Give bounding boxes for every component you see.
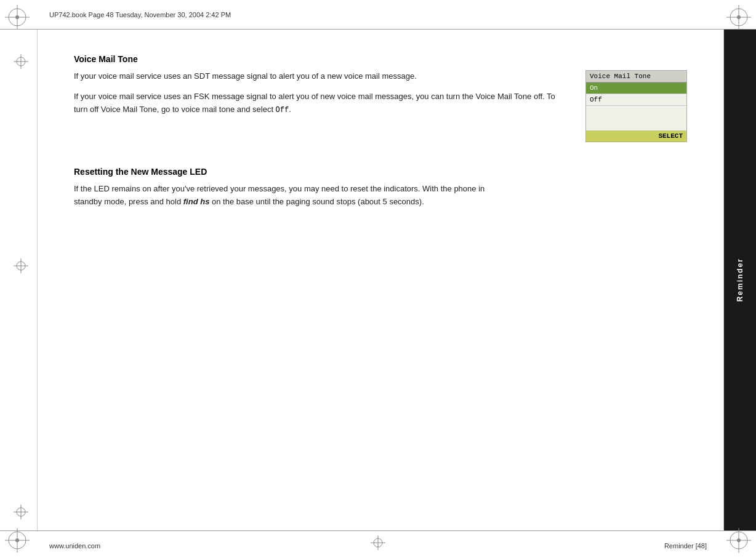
svg-point-11	[15, 538, 19, 542]
phone-ui-select: SELECT	[586, 130, 686, 142]
svg-point-15	[737, 538, 741, 542]
section1-body: If your voice mail service uses an SDT m…	[74, 70, 687, 142]
paragraph2: If your voice mail service uses an FSK m…	[74, 90, 567, 116]
footer-right: Reminder [48]	[664, 542, 707, 550]
phone-ui-spacer	[586, 106, 686, 130]
reset-led-title: Resetting the New Message LED	[74, 167, 687, 177]
paragraph2-end: .	[289, 105, 291, 114]
top-bar: UP742.book Page 48 Tuesday, November 30,…	[0, 0, 756, 30]
voice-mail-tone-section: Voice Mail Tone If your voice mail servi…	[74, 54, 687, 142]
paragraph1: If your voice mail service uses an SDT m…	[74, 70, 567, 83]
svg-point-7	[737, 15, 741, 19]
paragraph2-code: Off	[276, 106, 289, 114]
phone-ui-on: On	[586, 82, 686, 94]
margin-cross-mid	[14, 258, 28, 276]
corner-tl-decoration	[5, 5, 30, 32]
corner-bl-decoration	[5, 528, 30, 555]
reset-led-section: Resetting the New Message LED If the LED…	[74, 167, 687, 209]
voice-mail-tone-title: Voice Mail Tone	[74, 54, 687, 64]
phone-ui-mockup: Voice Mail Tone On Off SELECT	[585, 70, 687, 142]
main-content: Voice Mail Tone If your voice mail servi…	[37, 30, 724, 530]
footer-left: www.uniden.com	[49, 542, 100, 550]
bottom-center-cross	[371, 535, 385, 553]
corner-tr-decoration	[726, 5, 751, 32]
reset-text-bold: find hs	[183, 197, 210, 206]
paragraph2-part1: If your voice mail service uses an FSK m…	[74, 92, 555, 114]
reset-led-text: If the LED remains on after you've retri…	[74, 183, 493, 209]
right-sidebar: Reminder	[724, 30, 756, 530]
phone-ui-header: Voice Mail Tone	[586, 71, 686, 82]
book-info: UP742.book Page 48 Tuesday, November 30,…	[49, 11, 231, 18]
phone-ui-off: Off	[586, 94, 686, 106]
svg-point-3	[15, 15, 19, 19]
reset-text-part2: on the base until the paging sound stops…	[209, 197, 424, 206]
margin-cross-top	[14, 54, 28, 71]
section1-text: If your voice mail service uses an SDT m…	[74, 70, 567, 124]
sidebar-label: Reminder	[736, 258, 744, 302]
margin-cross-bot	[14, 505, 28, 522]
corner-br-decoration	[726, 528, 751, 555]
